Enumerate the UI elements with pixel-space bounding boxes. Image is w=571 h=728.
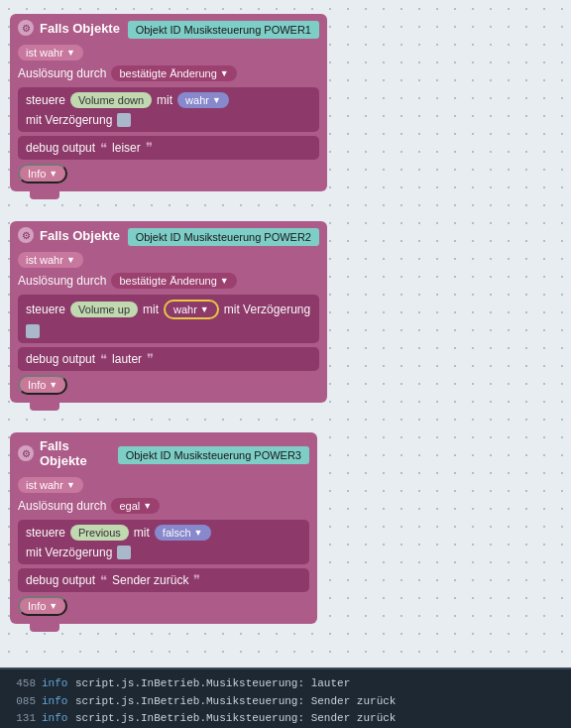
arrow-icon-1c: ▼: [212, 95, 221, 105]
objekt-id-badge-3: Objekt ID Musiksteuerung POWER3: [118, 446, 309, 464]
steuere-value-3: Previous: [70, 525, 129, 541]
log-msg: script.js.InBetrieb.Musiksteuerung: Send…: [75, 693, 396, 711]
log-row: 458 info script.js.InBetrieb.Musiksteuer…: [8, 675, 563, 693]
log-area[interactable]: 458 info script.js.InBetrieb.Musiksteuer…: [0, 667, 571, 728]
block-header-1: ⚙ Falls Objekte: [18, 20, 120, 36]
block-group-1: ⚙ Falls Objekte Objekt ID Musiksteuerung…: [10, 14, 561, 199]
block-nub-2: [30, 403, 59, 411]
mit-value-2[interactable]: wahr ▼: [164, 300, 219, 319]
condition-row-3: ist wahr ▼: [18, 477, 309, 493]
debug-row-1: debug output ❝ leiser ❞: [18, 136, 319, 160]
info-button-2[interactable]: Info ▼: [18, 375, 67, 395]
auslosung-row-1: Auslösung durch bestätigte Änderung ▼: [18, 65, 319, 81]
block-nub-3: [30, 624, 59, 632]
gear-icon-1[interactable]: ⚙: [18, 20, 34, 36]
log-msg: script.js.InBetrieb.Musiksteuerung: Send…: [75, 710, 396, 728]
condition-dropdown-3[interactable]: ist wahr ▼: [18, 477, 83, 493]
block-title-1: Falls Objekte: [40, 21, 120, 36]
block-group-2: ⚙ Falls Objekte Objekt ID Musiksteuerung…: [10, 221, 561, 411]
condition-row-2: ist wahr ▼: [18, 252, 319, 268]
objekt-id-badge-2: Objekt ID Musiksteuerung POWER2: [128, 228, 319, 246]
auslosung-dropdown-1[interactable]: bestätigte Änderung ▼: [111, 65, 236, 81]
log-row: 131 info script.js.InBetrieb.Musiksteuer…: [8, 710, 563, 728]
quote-open-2: ❝: [100, 351, 107, 367]
mit-value-3[interactable]: falsch ▼: [155, 525, 211, 541]
log-row: 085 info script.js.InBetrieb.Musiksteuer…: [8, 693, 563, 711]
info-row-1: Info ▼: [18, 164, 319, 183]
arrow-icon-3b: ▼: [143, 501, 152, 511]
auslosung-row-3: Auslösung durch egal ▼: [18, 498, 309, 514]
condition-dropdown-1[interactable]: ist wahr ▼: [18, 45, 83, 61]
log-num: 131: [8, 710, 36, 728]
arrow-icon-2: ▼: [66, 255, 75, 265]
debug-text-2: lauter: [112, 352, 142, 366]
auslosung-row-2: Auslösung durch bestätigte Änderung ▼: [18, 273, 319, 289]
arrow-icon-3c: ▼: [194, 528, 203, 538]
gear-icon-3[interactable]: ⚙: [18, 445, 34, 461]
condition-dropdown-2[interactable]: ist wahr ▼: [18, 252, 83, 268]
delay-checkbox-3[interactable]: [117, 546, 131, 559]
delay-checkbox-1[interactable]: [117, 113, 131, 127]
log-num: 458: [8, 675, 36, 693]
auslosung-dropdown-3[interactable]: egal ▼: [111, 498, 160, 514]
info-row-2: Info ▼: [18, 375, 319, 395]
log-level: info: [42, 693, 69, 711]
info-row-3: Info ▼: [18, 596, 309, 616]
delay-checkbox-2[interactable]: [26, 324, 40, 338]
condition-row-1: ist wahr ▼: [18, 45, 319, 61]
arrow-icon-1: ▼: [66, 48, 75, 58]
debug-text-1: leiser: [112, 141, 141, 155]
block-group-3: ⚙ Falls Objekte Objekt ID Musiksteuerung…: [10, 432, 561, 632]
steuere-block-3: steuere Previous mit falsch ▼ mit Verzög…: [18, 520, 309, 564]
debug-text-3: Sender zurück: [112, 573, 188, 587]
block-outer-3: ⚙ Falls Objekte Objekt ID Musiksteuerung…: [10, 432, 317, 624]
steuere-block-1: steuere Volume down mit wahr ▼ mit Verzö…: [18, 87, 319, 132]
auslosung-dropdown-2[interactable]: bestätigte Änderung ▼: [111, 273, 236, 289]
steuere-value-2: Volume up: [70, 302, 138, 317]
block-header-3: ⚙ Falls Objekte: [18, 438, 118, 468]
quote-close-2: ❞: [147, 351, 154, 367]
canvas-area: ⚙ Falls Objekte Objekt ID Musiksteuerung…: [0, 0, 571, 667]
arrow-icon-2c: ▼: [200, 304, 209, 314]
mit-value-1[interactable]: wahr ▼: [177, 92, 229, 108]
quote-open-3: ❝: [100, 572, 107, 588]
log-num: 085: [8, 693, 36, 711]
quote-open-1: ❝: [100, 140, 107, 156]
steuere-block-2: steuere Volume up mit wahr ▼ mit Verzöge…: [18, 295, 319, 343]
debug-row-3: debug output ❝ Sender zurück ❞: [18, 568, 309, 592]
steuere-value-1: Volume down: [70, 92, 152, 108]
arrow-icon-3: ▼: [66, 480, 75, 490]
objekt-id-badge-1: Objekt ID Musiksteuerung POWER1: [128, 21, 319, 39]
block-title-3: Falls Objekte: [40, 438, 118, 468]
block-outer-1: ⚙ Falls Objekte Objekt ID Musiksteuerung…: [10, 14, 327, 191]
debug-row-2: debug output ❝ lauter ❞: [18, 347, 319, 371]
info-button-3[interactable]: Info ▼: [18, 596, 67, 616]
log-msg: script.js.InBetrieb.Musiksteuerung: laut…: [75, 675, 350, 693]
info-arrow-1: ▼: [49, 169, 57, 179]
block-header-2: ⚙ Falls Objekte: [18, 227, 120, 243]
quote-close-1: ❞: [146, 140, 153, 156]
gear-icon-2[interactable]: ⚙: [18, 227, 34, 243]
arrow-icon-1b: ▼: [220, 68, 229, 78]
log-level: info: [42, 710, 69, 728]
block-title-2: Falls Objekte: [40, 228, 120, 243]
info-arrow-2: ▼: [49, 380, 57, 390]
arrow-icon-2b: ▼: [220, 276, 229, 286]
info-button-1[interactable]: Info ▼: [18, 164, 67, 183]
log-level: info: [42, 675, 69, 693]
info-arrow-3: ▼: [49, 601, 57, 611]
quote-close-3: ❞: [193, 572, 200, 588]
block-nub-1: [30, 191, 59, 199]
block-outer-2: ⚙ Falls Objekte Objekt ID Musiksteuerung…: [10, 221, 327, 403]
